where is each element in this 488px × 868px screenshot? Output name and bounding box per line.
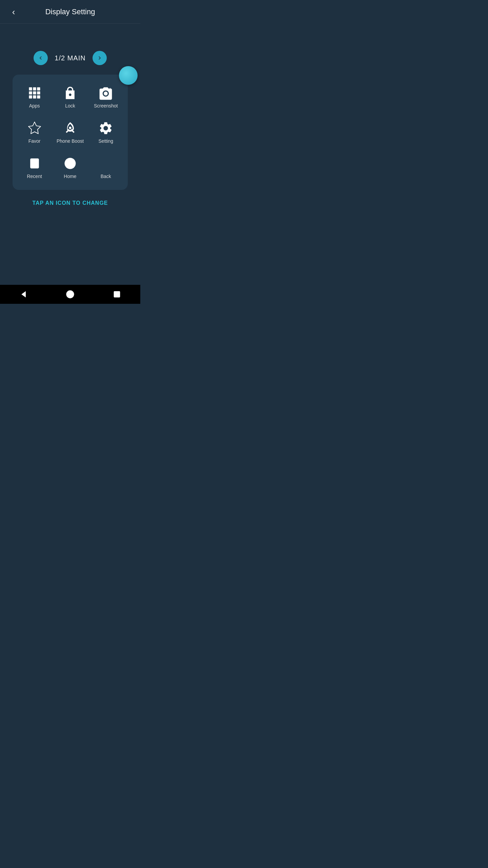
grid-item-apps[interactable]: Apps xyxy=(18,81,51,113)
back-button[interactable]: ‹ xyxy=(7,5,20,19)
grid-item-favor[interactable]: Favor xyxy=(18,116,51,149)
favor-label: Favor xyxy=(28,138,41,144)
rocket-icon xyxy=(63,121,78,136)
right-arrow-icon xyxy=(96,55,103,61)
svg-rect-18 xyxy=(114,292,120,297)
svg-rect-2 xyxy=(37,87,40,91)
grid-item-setting[interactable]: Setting xyxy=(89,116,122,149)
page-navigation: 1/2 MAIN xyxy=(0,51,140,65)
svg-point-13 xyxy=(68,161,73,166)
recent-label: Recent xyxy=(27,174,42,179)
star-icon xyxy=(27,121,42,136)
lock-icon xyxy=(63,85,78,100)
svg-rect-4 xyxy=(33,91,36,94)
header: ‹ Display Setting xyxy=(0,0,140,24)
svg-rect-6 xyxy=(29,95,32,98)
tap-hint-text: TAP AN ICON TO CHANGE xyxy=(0,200,140,206)
bottom-navigation-bar xyxy=(0,285,140,304)
system-back-icon xyxy=(19,290,28,299)
setting-label: Setting xyxy=(99,138,114,144)
system-back-button[interactable] xyxy=(13,285,34,304)
page-indicator: 1/2 MAIN xyxy=(55,54,85,62)
home-circle-icon xyxy=(63,156,78,171)
svg-rect-11 xyxy=(30,158,39,168)
floating-circle-button[interactable] xyxy=(119,66,138,85)
shortcut-grid-panel: Apps Lock + Screenshot xyxy=(13,75,128,190)
grid-item-recent[interactable]: Recent xyxy=(18,151,51,184)
apps-label: Apps xyxy=(29,103,40,108)
svg-marker-14 xyxy=(102,158,108,168)
system-home-icon xyxy=(65,290,75,299)
back-label: Back xyxy=(101,174,111,179)
svg-rect-5 xyxy=(37,91,40,94)
svg-rect-1 xyxy=(33,87,36,91)
recent-icon xyxy=(27,156,42,171)
left-arrow-icon xyxy=(37,55,44,61)
next-page-button[interactable] xyxy=(93,51,107,65)
svg-point-17 xyxy=(68,293,72,296)
svg-text:+: + xyxy=(109,86,111,92)
screenshot-label: Screenshot xyxy=(94,103,118,108)
back-triangle-icon xyxy=(98,156,113,171)
grid-item-phone-boost[interactable]: Phone Boost xyxy=(54,116,86,149)
screenshot-icon: + xyxy=(98,85,113,100)
grid-item-screenshot[interactable]: + Screenshot xyxy=(89,81,122,113)
gear-icon xyxy=(98,121,113,136)
system-recent-icon xyxy=(112,290,122,299)
svg-rect-0 xyxy=(29,87,32,91)
prev-page-button[interactable] xyxy=(34,51,48,65)
system-recent-button[interactable] xyxy=(107,285,127,304)
svg-rect-7 xyxy=(33,95,36,98)
phone-boost-label: Phone Boost xyxy=(57,138,84,144)
svg-rect-8 xyxy=(37,95,40,98)
grid-item-home[interactable]: Home xyxy=(54,151,86,184)
apps-icon xyxy=(27,85,42,100)
page-title: Display Setting xyxy=(20,7,120,16)
back-chevron-icon: ‹ xyxy=(12,7,15,16)
grid-item-back[interactable]: Back xyxy=(89,151,122,184)
grid-item-lock[interactable]: Lock xyxy=(54,81,86,113)
lock-label: Lock xyxy=(65,103,75,108)
svg-marker-15 xyxy=(21,291,26,298)
svg-rect-3 xyxy=(29,91,32,94)
system-home-button[interactable] xyxy=(60,285,80,304)
grid-row-3: Recent Home Back xyxy=(17,151,124,184)
svg-point-9 xyxy=(104,92,108,96)
grid-row-1: Apps Lock + Screenshot xyxy=(17,81,124,113)
home-label: Home xyxy=(64,174,76,179)
grid-row-2: Favor Phone Boost Setting xyxy=(17,116,124,149)
